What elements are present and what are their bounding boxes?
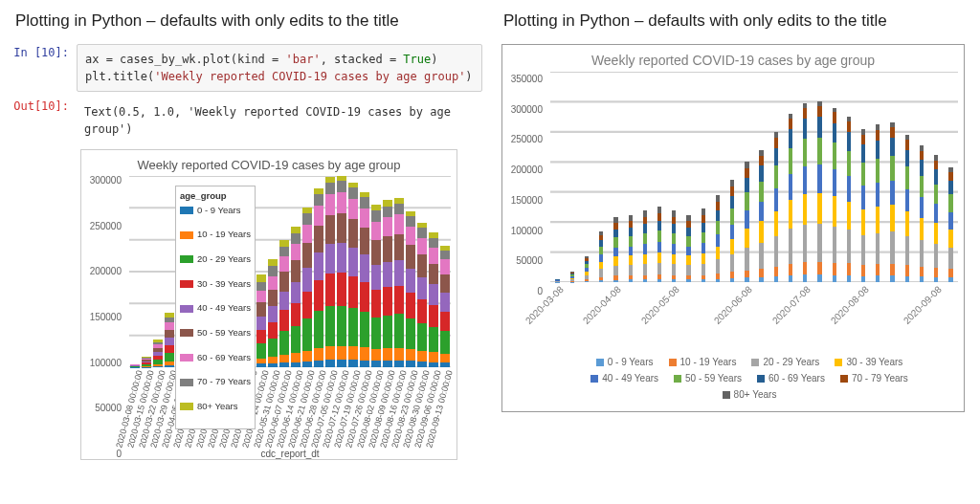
right-column: Plotting in Python – defaults with only … [501, 10, 970, 494]
bar-segment [730, 208, 734, 224]
bar-segment [745, 210, 748, 229]
bar-segment [702, 243, 705, 253]
legend-item: 80+ Years [180, 401, 251, 413]
bar-segment [325, 215, 335, 244]
in-prompt: In [10]: [13, 44, 77, 92]
bar-segment [256, 291, 266, 302]
bar-segment [406, 269, 415, 293]
bar-segment [920, 197, 924, 218]
bar-segment [371, 290, 381, 317]
bar-segment [817, 224, 821, 262]
bar-segment [745, 229, 748, 248]
bar [672, 210, 676, 282]
legend-label: 30 - 39 Years [197, 278, 251, 291]
bar-segment [716, 221, 720, 234]
bar-segment [803, 274, 807, 282]
plot-area: age_group 0 - 9 Years10 - 19 Years20 - 2… [129, 176, 451, 367]
bar [803, 103, 807, 282]
bar-segment [833, 263, 836, 275]
bar-segment [702, 264, 705, 275]
code-block[interactable]: ax = cases_by_wk.plot(kind = 'bar', stac… [77, 44, 482, 92]
bar-segment [789, 264, 792, 275]
bar-segment [279, 240, 289, 247]
y-tick-label: 150000 [511, 195, 543, 206]
y-tick-label: 250000 [90, 221, 122, 231]
bar-segment [325, 346, 335, 360]
bar-segment [348, 187, 358, 199]
legend-item: 20 - 29 Years [751, 355, 819, 370]
bar-segment [429, 238, 438, 248]
bar-segment [268, 266, 278, 275]
bar-segment [394, 204, 404, 215]
code-string: 'bar' [286, 53, 321, 66]
legend-label: 40 - 49 Years [197, 302, 251, 315]
bar-segment [702, 253, 705, 264]
legend-item: 0 - 9 Years [596, 355, 654, 370]
bar-segment [759, 182, 763, 202]
bar-segment [905, 211, 909, 236]
legend-item: 60 - 69 Years [757, 371, 825, 386]
bar [774, 132, 778, 282]
bar-segment [730, 272, 734, 278]
legend-item: 70 - 79 Years [840, 371, 908, 386]
bar-segment [948, 230, 952, 248]
bar-segment [745, 162, 748, 168]
bar-segment [314, 348, 323, 361]
bar-segment [279, 331, 289, 355]
y-tick-label: 50000 [95, 403, 122, 413]
bar-segment [314, 226, 323, 253]
x-tick-label: 2020-09-08 [902, 284, 944, 326]
bar-segment [337, 346, 346, 360]
bar-segment [759, 243, 763, 269]
bar-segment [256, 317, 266, 330]
out-text: Text(0.5, 1.0, 'Weekly reported COVID-19… [77, 98, 482, 143]
bar-segment [337, 360, 346, 367]
bar [613, 217, 617, 282]
x-axis-label: cdc_report_dt [129, 449, 451, 459]
bar-segment [165, 322, 174, 329]
bar-segment [861, 265, 865, 276]
bar-segment [268, 259, 278, 267]
bar [406, 211, 415, 367]
x-tick-label: 2020-08-08 [829, 284, 871, 326]
legend-label: 80+ Years [734, 387, 777, 403]
x-tick-label: 2020-06-08 [712, 284, 754, 326]
chart-title: Weekly reported COVID-19 cases by age gr… [508, 53, 958, 68]
bar-segment [613, 266, 617, 276]
bar-segment [291, 233, 301, 244]
bar-segment [337, 243, 346, 273]
bar-segment [730, 186, 734, 196]
bar-segment [745, 168, 748, 178]
x-tick-label: 2020-07-08 [770, 284, 813, 326]
bar-segment [847, 121, 851, 132]
legend-swatch [180, 379, 193, 386]
bar-segment [406, 216, 415, 227]
bar-segment [905, 189, 909, 212]
bar-segment [657, 230, 661, 242]
bar-segment [730, 225, 734, 239]
bar-segment [861, 186, 865, 209]
bar-segment [417, 299, 427, 323]
bar-segment [702, 215, 705, 223]
legend-swatch [180, 207, 193, 214]
bar-segment [440, 274, 450, 294]
legend-swatch [180, 280, 193, 288]
x-tick-label: 2020-04-08 [581, 284, 623, 326]
bar-segment [686, 255, 690, 265]
heading-left: Plotting in Python – defaults with only … [15, 11, 482, 31]
legend-label: 50 - 59 Years [685, 371, 742, 386]
bar-segment [291, 282, 301, 303]
bar-segment [279, 272, 289, 291]
bar-segment [803, 119, 807, 139]
bar-segment [702, 208, 705, 215]
bar-segment [948, 194, 952, 212]
legend-swatch [180, 403, 193, 410]
y-tick-label: 50000 [516, 255, 543, 266]
bar-segment [643, 217, 647, 224]
legend: age_group 0 - 9 Years10 - 19 Years20 - 2… [175, 186, 256, 429]
bar-segment [291, 353, 301, 362]
bar-segment [629, 236, 633, 247]
bar-segment [371, 318, 381, 349]
bar-segment [406, 227, 415, 245]
bar-segment [789, 174, 792, 200]
